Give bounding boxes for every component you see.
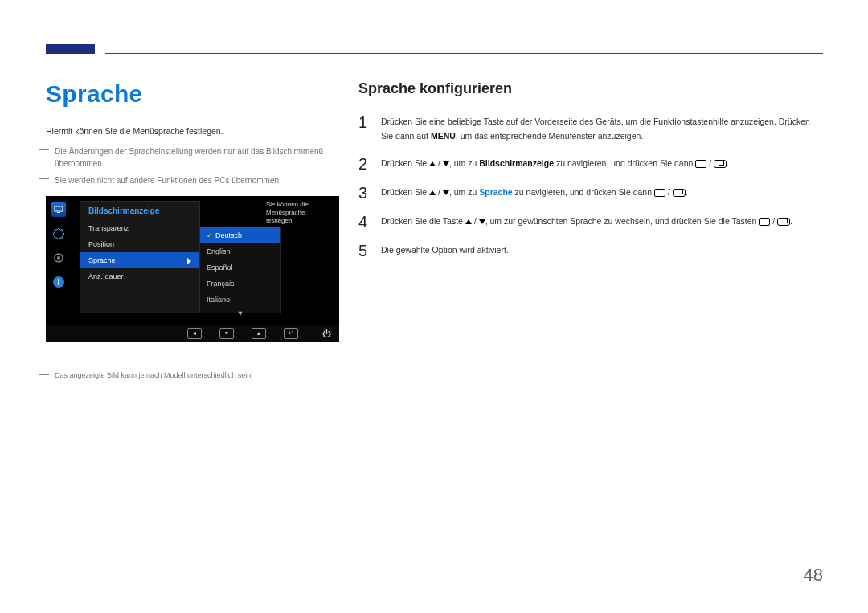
- osd-option: English: [200, 243, 280, 260]
- settings-icon: [51, 227, 66, 241]
- note-2: Sie werden nicht auf andere Funktionen d…: [46, 174, 339, 186]
- gear-icon: [51, 251, 66, 265]
- page-number: 48: [804, 565, 823, 586]
- power-icon: ⏻: [322, 329, 331, 338]
- step-2: 2 Drücken Sie / , um zu Bildschirmanzeig…: [358, 155, 821, 173]
- info-icon: i: [51, 275, 66, 289]
- button-rect-icon: [695, 160, 706, 168]
- svg-point-4: [57, 256, 60, 260]
- menu-keyword: MENU: [431, 131, 456, 141]
- svg-marker-2: [53, 228, 64, 239]
- step-text: Drücken Sie / , um zu Sprache zu navigie…: [381, 184, 688, 200]
- down-arrow-icon: [443, 190, 449, 195]
- note-1: Die Änderungen der Spracheinstellung wer…: [46, 145, 339, 170]
- step-1: 1 Drücken Sie eine beliebige Taste auf d…: [358, 113, 821, 144]
- svg-rect-1: [57, 212, 60, 213]
- text-run: zu navigieren, und drücken Sie dann: [513, 187, 654, 197]
- left-column: Sprache Hiermit können Sie die Menüsprac…: [46, 80, 339, 386]
- step-number: 2: [358, 155, 381, 173]
- down-arrow-icon: [443, 161, 449, 166]
- text-run: .: [790, 216, 792, 226]
- section-accent: [46, 44, 95, 54]
- monitor-icon: [51, 202, 66, 217]
- button-enter-icon: [673, 189, 686, 197]
- step-number: 4: [358, 213, 381, 231]
- intro-text: Hiermit können Sie die Menüsprache festl…: [46, 125, 339, 137]
- up-arrow-icon: [465, 219, 472, 224]
- nav-left-icon: ◂: [187, 328, 202, 339]
- osd-option-label: Deutsch: [215, 231, 242, 239]
- header-rule: [105, 53, 823, 54]
- right-column: Sprache konfigurieren 1 Drücken Sie eine…: [358, 80, 821, 271]
- text-run: , um zu: [449, 187, 479, 197]
- text-run: .: [727, 158, 729, 168]
- up-arrow-icon: [429, 161, 436, 166]
- nav-up-icon: ▴: [252, 328, 266, 339]
- section-title: Sprache: [46, 80, 339, 108]
- target-keyword: Sprache: [479, 187, 512, 197]
- osd-submenu: ✓Deutsch English Español Français Italia…: [199, 227, 281, 313]
- osd-option: Français: [200, 276, 280, 292]
- text-run: .: [686, 187, 688, 197]
- footnote-divider: [46, 362, 117, 362]
- osd-item: Anz. dauer: [80, 268, 199, 284]
- osd-option: Español: [200, 260, 280, 276]
- osd-screenshot: i Bildschirmanzeige Transparenz Position…: [46, 196, 339, 342]
- osd-item: Transparenz: [80, 220, 199, 236]
- osd-item: Position: [80, 236, 199, 252]
- text-run: zu navigieren, und drücken Sie dann: [554, 158, 695, 168]
- step-5: 5 Die gewählte Option wird aktiviert.: [358, 242, 821, 260]
- step-text: Die gewählte Option wird aktiviert.: [381, 242, 509, 258]
- button-enter-icon: [714, 160, 727, 168]
- step-text: Drücken Sie eine beliebige Taste auf der…: [381, 113, 821, 144]
- text-run: , um das entsprechende Menüfenster anzuz…: [456, 131, 643, 141]
- step-number: 5: [358, 242, 381, 260]
- nav-down-icon: ▾: [219, 328, 234, 339]
- button-rect-icon: [759, 218, 770, 226]
- step-number: 1: [358, 113, 381, 131]
- step-4: 4 Drücken Sie die Taste / , um zur gewün…: [358, 213, 821, 231]
- text-run: , um zur gewünschten Sprache zu wechseln…: [485, 216, 760, 226]
- osd-item-selected: Sprache: [80, 252, 199, 268]
- step-number: 3: [358, 184, 381, 202]
- down-arrow-icon: [479, 219, 485, 224]
- osd-option-selected: ✓Deutsch: [200, 227, 280, 243]
- osd-footer: ◂ ▾ ▴ ↵ ⏻: [46, 325, 339, 342]
- step-3: 3 Drücken Sie / , um zu Sprache zu navig…: [358, 184, 821, 202]
- target-keyword: Bildschirmanzeige: [479, 158, 554, 168]
- osd-menu-title: Bildschirmanzeige: [80, 202, 199, 220]
- step-text: Drücken Sie die Taste / , um zur gewünsc…: [381, 213, 792, 229]
- svg-rect-0: [55, 206, 63, 211]
- svg-text:i: i: [58, 278, 60, 287]
- osd-help-text: Sie können die Menüsprache festlegen.: [266, 201, 334, 226]
- step-text: Drücken Sie / , um zu Bildschirmanzeige …: [381, 155, 729, 171]
- button-rect-icon: [654, 189, 665, 197]
- text-run: Drücken Sie: [381, 187, 429, 197]
- up-arrow-icon: [429, 190, 436, 195]
- subsection-title: Sprache konfigurieren: [358, 80, 821, 97]
- text-run: Drücken Sie die Taste: [381, 216, 465, 226]
- button-enter-icon: [777, 218, 790, 226]
- enter-icon: ↵: [284, 328, 298, 339]
- text-run: Drücken Sie: [381, 158, 429, 168]
- footnote: Das angezeigte Bild kann je nach Modell …: [46, 370, 339, 382]
- text-run: , um zu: [449, 158, 479, 168]
- osd-main-panel: Bildschirmanzeige Transparenz Position S…: [80, 201, 200, 313]
- more-below-icon: ▼: [200, 308, 280, 317]
- osd-option: Italiano: [200, 292, 280, 308]
